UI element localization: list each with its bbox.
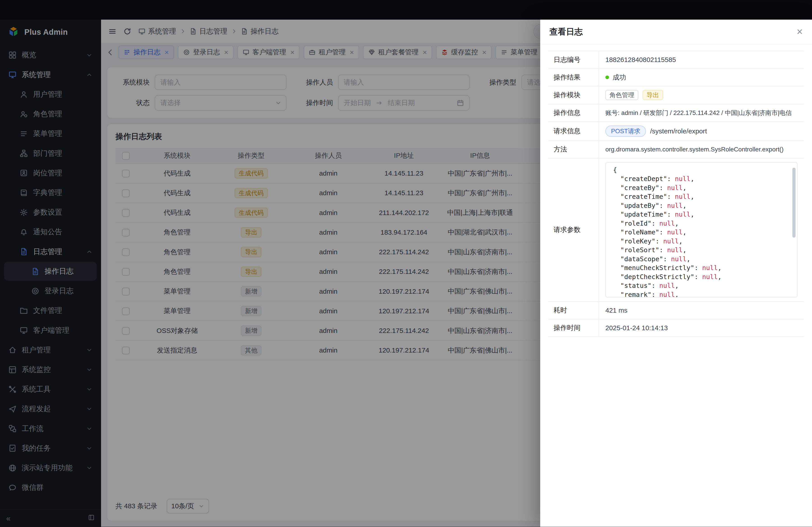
- field-request: 请求信息 POST请求 /system/role/export: [548, 122, 804, 141]
- code-line: "createDept": null,: [613, 175, 790, 183]
- field-label: 操作模块: [548, 86, 599, 104]
- field-label: 操作时间: [548, 319, 599, 336]
- operation-info-value: 账号: admin / 研发部门 / 222.175.114.242 / 中国|…: [599, 104, 804, 121]
- code-line: "createBy": null,: [613, 183, 790, 192]
- code-line: "roleId": null,: [613, 219, 790, 228]
- field-label: 请求参数: [548, 159, 599, 301]
- code-scrollbar[interactable]: [792, 168, 796, 238]
- params-code-lines: {"createDept": null,"createBy": null,"cr…: [613, 166, 790, 298]
- code-line: "menuCheckStrictly": null,: [613, 264, 790, 272]
- code-line: "updateBy": null,: [613, 201, 790, 210]
- field-label: 操作结果: [548, 69, 599, 86]
- drawer-title: 查看日志: [549, 26, 583, 37]
- log-detail-table: 日志编号 1882612840802115585 操作结果 成功 操作模块 角色…: [548, 51, 804, 337]
- code-line: "createTime": null,: [613, 192, 790, 201]
- code-line: "deptCheckStrictly": null,: [613, 272, 790, 281]
- drawer-body: 日志编号 1882612840802115585 操作结果 成功 操作模块 角色…: [540, 44, 812, 527]
- field-label: 方法: [548, 141, 599, 158]
- operation-time-value: 2025-01-24 10:14:13: [599, 319, 804, 336]
- code-line: "dataScope": null,: [613, 255, 790, 264]
- code-line: "status": null,: [613, 281, 790, 290]
- op-type-tag: 导出: [643, 90, 663, 100]
- success-dot-icon: [605, 76, 609, 79]
- field-time: 操作时间 2025-01-24 10:14:13: [548, 319, 804, 337]
- field-log-id: 日志编号 1882612840802115585: [548, 51, 804, 69]
- code-line: "roleName": null,: [613, 228, 790, 237]
- log-id-value: 1882612840802115585: [599, 51, 804, 68]
- code-line: {: [613, 166, 790, 175]
- code-line: "roleSort": null,: [613, 246, 790, 255]
- duration-value: 421 ms: [599, 302, 804, 319]
- field-label: 日志编号: [548, 51, 599, 68]
- view-log-drawer: 查看日志 × 日志编号 1882612840802115585 操作结果 成功 …: [540, 20, 812, 527]
- code-line: "remark": null,: [613, 290, 790, 298]
- code-line: "updateTime": null,: [613, 210, 790, 219]
- field-label: 耗时: [548, 302, 599, 319]
- request-url: /system/role/export: [650, 127, 707, 135]
- module-tag: 角色管理: [605, 90, 638, 100]
- field-label: 请求信息: [548, 122, 599, 140]
- result-value: 成功: [613, 73, 626, 82]
- http-method-tag: POST请求: [605, 125, 646, 137]
- field-info: 操作信息 账号: admin / 研发部门 / 222.175.114.242 …: [548, 104, 804, 122]
- code-line: "roleKey": null,: [613, 237, 790, 246]
- field-params: 请求参数 {"createDept": null,"createBy": nul…: [548, 159, 804, 302]
- close-icon[interactable]: ×: [797, 27, 803, 37]
- request-params-code[interactable]: {"createDept": null,"createBy": null,"cr…: [605, 162, 798, 298]
- method-value: org.dromara.system.controller.system.Sys…: [599, 141, 804, 158]
- field-label: 操作信息: [548, 104, 599, 121]
- field-module: 操作模块 角色管理 导出: [548, 86, 804, 104]
- field-duration: 耗时 421 ms: [548, 302, 804, 319]
- drawer-header: 查看日志 ×: [540, 20, 812, 44]
- field-result: 操作结果 成功: [548, 69, 804, 86]
- field-method: 方法 org.dromara.system.controller.system.…: [548, 141, 804, 159]
